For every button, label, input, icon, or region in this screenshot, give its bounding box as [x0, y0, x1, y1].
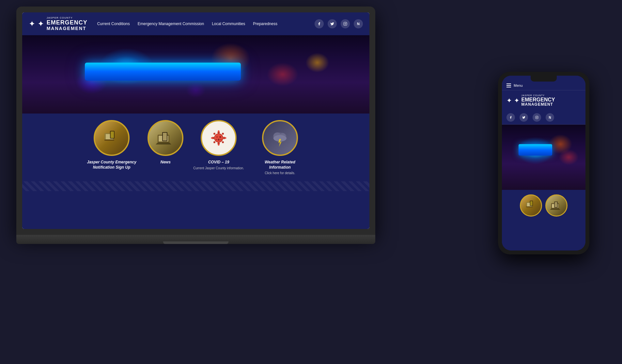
svg-point-24 — [218, 130, 220, 132]
nav-links: Current Conditions Emergency Management … — [97, 22, 315, 26]
twitter-icon[interactable] — [328, 19, 337, 28]
card-weather-title: Weather Related Information — [254, 160, 306, 170]
card-covid-subtitle: Current Jasper County information. — [193, 166, 244, 170]
card-weather[interactable]: Weather Related Information Click here f… — [254, 120, 306, 175]
logo-text: JASPER COUNTY EMERGENCY MANAGEMENT — [47, 17, 87, 31]
navbar: ✦ ✦ JASPER COUNTY EMERGENCY MANAGEMENT C… — [22, 12, 369, 35]
hamburger-icon — [506, 83, 511, 87]
phone-nextdoor-icon[interactable]: N — [546, 113, 554, 122]
bottom-pattern — [22, 181, 369, 191]
card-news[interactable]: News — [148, 120, 183, 165]
svg-rect-50 — [555, 202, 557, 207]
phone-card-signup[interactable] — [520, 194, 542, 217]
phone-facebook-icon[interactable] — [506, 113, 515, 122]
phone-menu-label: Menu — [514, 83, 523, 87]
hamburger-line-3 — [506, 87, 511, 87]
bottom-section: Jasper County Emergency Notification Sig… — [22, 114, 369, 229]
phone-device: Menu ✦ ✦ JASPER COUNTY EMERGENCY MANAGEM… — [498, 72, 589, 254]
card-circle-signup — [94, 120, 130, 156]
nav-link-local-communities[interactable]: Local Communities — [212, 22, 245, 26]
phone-circle-news — [545, 194, 568, 217]
signup-image — [95, 121, 128, 155]
phone-hero-image — [502, 125, 585, 190]
card-covid[interactable]: COVID – 19 Current Jasper County informa… — [193, 120, 244, 170]
phone-instagram-icon[interactable] — [533, 113, 541, 122]
svg-point-23 — [222, 141, 224, 143]
svg-point-46 — [531, 201, 532, 201]
phone-notch — [531, 76, 557, 82]
phone-cards-section — [502, 190, 585, 250]
svg-point-2 — [346, 23, 346, 23]
phone-hero-lights — [502, 125, 585, 190]
svg-point-21 — [222, 133, 224, 135]
nav-social-icons: N — [315, 19, 363, 28]
svg-point-27 — [225, 137, 226, 139]
card-circle-covid — [201, 120, 237, 156]
nav-link-commission[interactable]: Emergency Management Commission — [138, 22, 204, 26]
police-light-bar — [85, 63, 241, 81]
svg-point-26 — [211, 137, 213, 139]
phone-logo-jasper: JASPER COUNTY — [521, 94, 555, 97]
logo-emergency: EMERGENCY — [47, 20, 87, 26]
phone-circle-signup — [520, 194, 542, 217]
nav-logo[interactable]: ✦ ✦ JASPER COUNTY EMERGENCY MANAGEMENT — [29, 17, 87, 31]
facebook-icon[interactable] — [315, 19, 324, 28]
hamburger-line-1 — [506, 83, 511, 84]
svg-point-20 — [213, 133, 215, 135]
svg-rect-43 — [526, 207, 533, 207]
phone-card-news[interactable] — [545, 194, 568, 217]
svg-point-29 — [219, 136, 221, 138]
svg-point-40 — [537, 117, 538, 117]
cards-row: Jasper County Emergency Notification Sig… — [72, 120, 319, 175]
laptop-body: ✦ ✦ JASPER COUNTY EMERGENCY MANAGEMENT C… — [16, 7, 375, 235]
svg-point-13 — [164, 132, 165, 133]
svg-rect-38 — [536, 116, 538, 119]
svg-rect-5 — [104, 140, 114, 141]
card-circle-weather — [262, 120, 298, 156]
nav-link-preparedness[interactable]: Preparedness — [253, 22, 277, 26]
svg-rect-0 — [344, 22, 347, 25]
website: ✦ ✦ JASPER COUNTY EMERGENCY MANAGEMENT C… — [22, 12, 369, 229]
phone-logo-text: JASPER COUNTY EMERGENCY MANAGEMENT — [521, 94, 555, 107]
phone-body: Menu ✦ ✦ JASPER COUNTY EMERGENCY MANAGEM… — [498, 72, 589, 254]
phone-police-light-bar — [519, 144, 552, 156]
card-weather-subtitle: Click here for details. — [265, 171, 295, 175]
logo-management: MANAGEMENT — [47, 26, 87, 31]
phone-screen: Menu ✦ ✦ JASPER COUNTY EMERGENCY MANAGEM… — [502, 76, 585, 250]
svg-point-8 — [112, 131, 113, 132]
svg-point-15 — [215, 134, 223, 142]
svg-point-28 — [216, 136, 218, 138]
phone-twitter-icon[interactable] — [520, 113, 528, 122]
svg-rect-7 — [111, 131, 114, 138]
phone-social-row: N — [502, 111, 585, 125]
svg-rect-12 — [163, 133, 167, 141]
card-circle-news — [148, 120, 183, 156]
weather-image — [263, 121, 297, 155]
svg-point-39 — [536, 117, 537, 118]
svg-rect-45 — [530, 201, 533, 205]
card-signup-title: Jasper County Emergency Notification Sig… — [86, 160, 138, 170]
card-signup[interactable]: Jasper County Emergency Notification Sig… — [86, 120, 138, 170]
covid-image — [202, 121, 235, 155]
svg-point-1 — [345, 23, 346, 24]
nextdoor-icon[interactable]: N — [354, 19, 363, 28]
logo-stars-icon: ✦ ✦ — [29, 19, 44, 28]
phone-logo-section[interactable]: ✦ ✦ JASPER COUNTY EMERGENCY MANAGEMENT — [502, 90, 585, 111]
card-news-title: News — [161, 160, 171, 165]
nav-link-current-conditions[interactable]: Current Conditions — [97, 22, 130, 26]
phone-logo-stars-icon: ✦ ✦ — [506, 97, 520, 104]
phone-logo-management: MANAGEMENT — [521, 102, 555, 107]
svg-point-30 — [218, 139, 220, 141]
laptop-base — [16, 235, 375, 244]
svg-point-22 — [213, 141, 215, 143]
instagram-icon[interactable] — [341, 19, 350, 28]
card-covid-title: COVID – 19 — [208, 160, 229, 165]
svg-point-31 — [216, 139, 217, 140]
hero-image — [22, 35, 369, 114]
laptop-device: ✦ ✦ JASPER COUNTY EMERGENCY MANAGEMENT C… — [16, 7, 382, 254]
news-image — [149, 121, 182, 155]
laptop-screen: ✦ ✦ JASPER COUNTY EMERGENCY MANAGEMENT C… — [22, 12, 369, 229]
svg-point-25 — [218, 144, 220, 146]
svg-point-32 — [220, 139, 222, 140]
hamburger-line-2 — [506, 85, 511, 86]
